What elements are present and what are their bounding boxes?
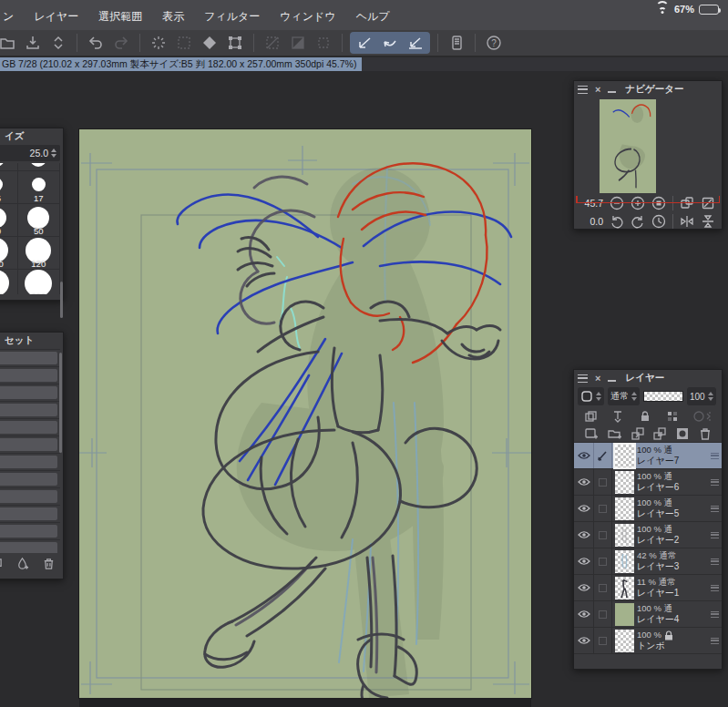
layer-thumbnail[interactable] [615, 524, 634, 547]
brush-size-value-field[interactable]: 25.0 [0, 145, 60, 161]
layer-thumbnail[interactable] [615, 550, 634, 573]
combine-to-layer-icon[interactable] [652, 426, 667, 441]
rotate-left-icon[interactable] [610, 214, 624, 229]
brush-size-cell-50[interactable]: 50 [18, 204, 61, 237]
layer-row[interactable]: 100 % 通 レイヤー4 [574, 601, 722, 628]
opacity-combo[interactable]: 100 [687, 387, 716, 405]
menu-item-3[interactable]: 表示 [162, 9, 184, 25]
tone-row[interactable] [0, 350, 60, 367]
brush-size-cell-120[interactable]: 120 [18, 237, 61, 270]
layer-thumbnail[interactable] [615, 603, 634, 626]
layer-edit-cell[interactable] [594, 628, 612, 653]
flip-vertical-icon[interactable] [701, 214, 715, 229]
layer-row[interactable]: 11 % 通常 レイヤー1 [574, 575, 722, 601]
collapse-expand-icon[interactable] [46, 32, 71, 54]
deselect-icon[interactable] [171, 32, 197, 54]
layer-checkbox[interactable] [599, 478, 607, 487]
brush-size-cell-17[interactable]: 17 [18, 171, 61, 204]
lock-transparent-pixels-icon[interactable] [665, 409, 680, 424]
palette-menu-icon[interactable] [578, 374, 588, 383]
help-icon[interactable]: ? [481, 32, 507, 54]
close-icon[interactable]: × [595, 86, 600, 94]
tone-scrollbar[interactable] [59, 353, 62, 453]
layer-drag-handle[interactable] [707, 628, 722, 653]
clip-at-layer-below-icon[interactable] [583, 409, 598, 424]
layer-edit-cell[interactable] [594, 496, 612, 521]
layer-mask-icon[interactable] [675, 426, 690, 441]
brush-size-cell-100[interactable]: 100 [0, 237, 18, 270]
fit-to-screen-icon[interactable] [680, 196, 694, 210]
brush-size-cell-partial[interactable] [0, 163, 18, 171]
drawing-canvas[interactable] [79, 129, 531, 698]
layer-drag-handle[interactable] [707, 548, 722, 574]
actual-pixels-icon[interactable] [701, 196, 715, 210]
palette-menu-icon[interactable] [578, 86, 588, 94]
layer-row[interactable]: 100 % トンボ [574, 628, 722, 654]
layer-visibility-eye-icon[interactable] [574, 575, 594, 600]
layer-color-combo[interactable] [578, 387, 604, 405]
delete-layer-icon[interactable] [698, 426, 713, 441]
menu-item-1[interactable]: レイヤー [34, 9, 78, 25]
rotate-right-icon[interactable] [631, 214, 645, 229]
menu-item-5[interactable]: ウィンドウ [280, 9, 335, 25]
layer-checkbox[interactable] [599, 558, 607, 566]
new-layer-icon[interactable] [583, 426, 599, 441]
layer-checkbox[interactable] [599, 505, 607, 513]
lock-layer-icon[interactable] [638, 409, 652, 424]
layer-thumbnail[interactable] [615, 630, 634, 652]
tone-row[interactable] [0, 506, 60, 523]
opacity-slider[interactable] [643, 391, 683, 402]
tone-row[interactable] [0, 523, 60, 540]
layer-visibility-eye-icon[interactable] [574, 469, 594, 495]
layer-visibility-eye-icon[interactable] [574, 628, 594, 653]
duplicate-material-icon[interactable] [0, 557, 3, 570]
reference-layer-icon[interactable] [692, 409, 713, 424]
minimize-icon[interactable] [608, 380, 616, 382]
layer-row[interactable]: 100 % 通 レイヤー6 [574, 469, 722, 496]
navigator-preview[interactable] [574, 96, 722, 194]
tone-row[interactable] [0, 384, 60, 402]
layer-visibility-eye-icon[interactable] [574, 548, 594, 574]
layer-drag-handle[interactable] [707, 496, 722, 521]
layer-edit-cell[interactable] [594, 548, 612, 574]
snap-to-special-ruler-icon[interactable] [377, 32, 403, 54]
draw-on-layer-icon[interactable] [610, 409, 625, 424]
layer-thumbnail[interactable] [615, 497, 634, 520]
brush-size-cell-15[interactable]: 15 [0, 171, 18, 204]
blend-mode-combo[interactable]: 通常 [608, 387, 640, 405]
zoom-in-icon[interactable] [631, 196, 645, 210]
tone-row[interactable] [0, 488, 60, 506]
tone-row[interactable] [0, 540, 60, 553]
brush-scrollbar[interactable] [60, 282, 63, 318]
flip-horizontal-icon[interactable] [680, 214, 694, 229]
export-icon[interactable] [0, 32, 20, 54]
brush-size-cell-partial[interactable] [18, 163, 61, 171]
layer-checkbox[interactable] [599, 531, 607, 539]
layer-visibility-eye-icon[interactable] [574, 443, 594, 468]
menu-item-0[interactable]: ン [3, 9, 14, 25]
layer-row[interactable]: 42 % 通常 レイヤー3 [574, 548, 722, 575]
layer-checkbox[interactable] [599, 610, 607, 619]
close-icon[interactable]: × [595, 374, 600, 383]
tone-row[interactable] [0, 471, 60, 488]
select-gradient-icon[interactable] [285, 32, 311, 54]
tone-row[interactable] [0, 367, 60, 384]
layer-drag-handle[interactable] [707, 469, 722, 495]
tone-row[interactable] [0, 419, 60, 436]
layer-checkbox[interactable] [599, 637, 607, 645]
rotate-reset-icon[interactable] [651, 214, 666, 229]
undo-icon[interactable] [83, 32, 108, 54]
layer-editing-pen-icon[interactable] [594, 443, 612, 468]
layer-drag-handle[interactable] [707, 601, 722, 627]
layer-visibility-eye-icon[interactable] [574, 601, 594, 627]
layer-edit-cell[interactable] [594, 601, 612, 627]
layer-visibility-eye-icon[interactable] [574, 496, 594, 521]
layer-row[interactable]: 100 % 通 レイヤー7 [574, 443, 722, 469]
redo-icon[interactable] [108, 32, 134, 54]
layer-row[interactable]: 100 % 通 レイヤー5 [574, 496, 722, 522]
save-icon[interactable] [20, 32, 46, 54]
menu-item-2[interactable]: 選択範囲 [98, 9, 142, 25]
tone-row[interactable] [0, 436, 60, 454]
brush-size-stepper[interactable] [51, 149, 56, 158]
tone-row[interactable] [0, 454, 60, 471]
